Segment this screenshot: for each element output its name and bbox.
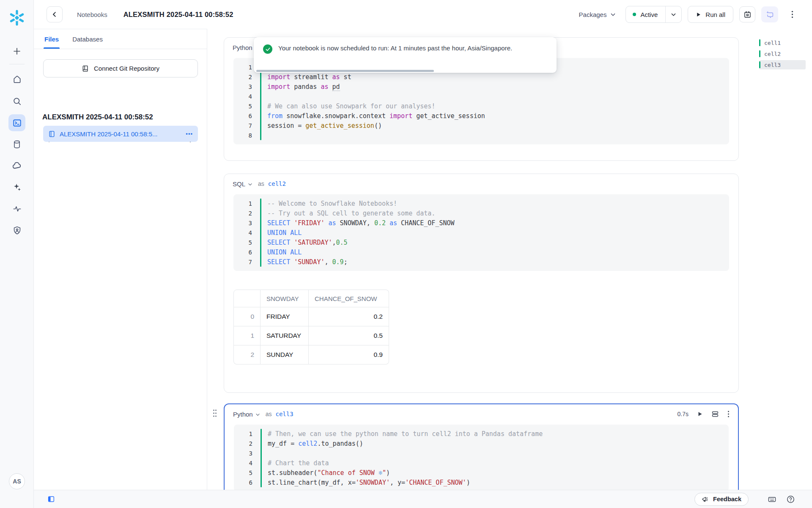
cell2-header: SQL as cell2 (224, 174, 738, 193)
kebab-menu-icon (791, 10, 793, 19)
code-token: UNION ALL (267, 248, 302, 256)
schedule-toast: Your notebook is now scheduled to run: A… (254, 37, 557, 73)
code-token: "Chance of SNOW (317, 469, 379, 477)
panel-heading: ALEXSMITH 2025-04-11 00:58:52 (42, 113, 153, 121)
status-label: Active (640, 11, 658, 18)
megaphone-icon (702, 496, 709, 503)
sidebar-item-monitoring[interactable] (8, 200, 25, 217)
play-icon (696, 12, 701, 17)
cell2-as-label: as (258, 180, 264, 187)
table-row: 0FRIDAY0.2 (233, 307, 389, 326)
line-number: 2 (234, 440, 252, 447)
cell3-drag-handle[interactable] (212, 409, 217, 417)
back-button[interactable] (47, 6, 63, 22)
outline-item-cell3[interactable]: cell3 (759, 60, 806, 69)
code-token: , (332, 239, 336, 246)
code-token: from (267, 112, 283, 120)
sidebar-item-data[interactable] (8, 136, 25, 153)
cell1-language-dropdown[interactable]: Python (233, 44, 252, 51)
code-line: 2import streamlit as st (233, 72, 729, 82)
sidebar-item-search[interactable] (8, 93, 25, 110)
table-row: 2SUNDAY0.9 (233, 345, 389, 364)
outline-item-cell1[interactable]: cell1 (759, 38, 806, 47)
cell2-code-editor[interactable]: 1-- Welcome to Snowflake Notebooks!2-- T… (233, 194, 729, 271)
file-item-menu[interactable]: ••• (186, 131, 193, 137)
sidebar-item-admin[interactable] (8, 222, 25, 239)
line-number: 7 (233, 122, 252, 129)
code-token: ) (386, 469, 390, 477)
cell3-display-mode-button[interactable] (711, 410, 719, 418)
code-token: " (382, 469, 386, 477)
code-token: 0.9 (332, 258, 344, 266)
left-nav-rail: AS (0, 0, 34, 508)
schedule-button[interactable] (739, 6, 755, 22)
chevron-down-icon (670, 11, 677, 18)
cell3-more-menu[interactable] (727, 410, 730, 418)
keyboard-shortcuts-button[interactable] (765, 493, 778, 505)
help-button[interactable] (784, 493, 797, 505)
cell-outline: cell1cell2cell3 (759, 38, 806, 71)
toggle-sidebar-button[interactable] (47, 494, 56, 504)
run-all-button[interactable]: Run all (688, 6, 733, 23)
code-token: -- Try out a SQL cell to generate some d… (267, 210, 435, 217)
file-item-notebook[interactable]: ALEXSMITH 2025-04-11 00:58:5... ••• (43, 126, 198, 142)
packages-label: Packages (579, 11, 607, 18)
sidebar-item-cloud[interactable] (8, 157, 25, 174)
code-token: as (321, 83, 328, 91)
execution-indicator-bar (260, 199, 261, 267)
chevron-down-icon (610, 11, 616, 18)
outline-green-bar (759, 50, 760, 57)
header-more-menu[interactable] (787, 6, 798, 22)
feedback-button[interactable]: Feedback (694, 493, 749, 506)
cell3-name[interactable]: cell3 (276, 411, 294, 417)
help-icon (786, 495, 795, 504)
code-token: # Chart the data (268, 459, 329, 467)
create-new-button[interactable] (8, 43, 25, 60)
code-token: import (267, 83, 290, 91)
breadcrumb-notebooks[interactable]: Notebooks (77, 11, 107, 18)
connect-git-label: Connect Git Repository (94, 65, 159, 72)
cell2-name[interactable]: cell2 (268, 180, 286, 187)
code-token (290, 258, 294, 266)
packages-dropdown[interactable]: Packages (579, 11, 617, 18)
play-icon (697, 411, 703, 417)
line-number: 1 (233, 64, 252, 71)
cell3-code-editor[interactable]: 1# Then, we can use the python name to t… (234, 425, 729, 491)
sidebar-item-ai[interactable] (8, 179, 25, 196)
cell3-as-label: as (266, 411, 272, 417)
code-token: SELECT (267, 239, 290, 246)
code-line: 3 (234, 448, 729, 458)
code-line: 2my_df = cell2.to_pandas() (234, 439, 729, 448)
outline-item-cell2[interactable]: cell2 (759, 49, 806, 58)
line-number: 1 (234, 431, 252, 437)
sidebar-item-home[interactable] (8, 71, 25, 88)
connect-git-button[interactable]: Connect Git Repository (43, 59, 198, 77)
table-column-header: SNOWDAY (261, 290, 309, 307)
tab-files[interactable]: Files (44, 29, 59, 49)
status-dropdown-toggle[interactable] (665, 6, 681, 22)
table-cell: 0.9 (309, 345, 389, 364)
kebab-menu-icon (727, 410, 730, 418)
line-number: 3 (233, 220, 252, 226)
cell3-run-duration: 0.7s (678, 411, 689, 417)
table-cell: 0.2 (309, 307, 389, 326)
database-icon (12, 140, 22, 149)
cell3-run-button[interactable] (697, 411, 703, 417)
line-number: 5 (233, 239, 252, 246)
code-token: import (390, 112, 412, 120)
copilot-button[interactable] (761, 6, 778, 22)
user-avatar[interactable]: AS (9, 473, 25, 489)
snowflake-logo[interactable] (8, 8, 25, 27)
code-token: as (329, 219, 336, 227)
sidebar-item-projects[interactable] (8, 114, 25, 131)
chevron-down-icon[interactable] (247, 182, 253, 187)
cell2-language-dropdown[interactable]: SQL (233, 180, 245, 188)
calendar-icon (743, 11, 752, 19)
repository-icon (82, 65, 89, 72)
cell3-language-dropdown[interactable]: Python (233, 411, 253, 418)
chevron-down-icon[interactable] (255, 412, 261, 417)
tab-databases[interactable]: Databases (72, 29, 103, 49)
code-token: -- Welcome to Snowflake Notebooks! (267, 200, 397, 207)
code-token (290, 239, 294, 246)
status-active-button[interactable]: Active (626, 6, 665, 22)
